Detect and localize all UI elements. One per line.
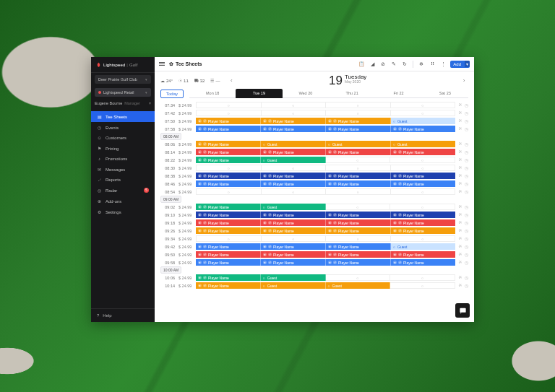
- user-icon[interactable]: ⛯: [458, 173, 462, 178]
- booking-player[interactable]: ●✓Player Name: [391, 173, 455, 179]
- gear-icon[interactable]: ✿: [169, 61, 173, 67]
- booking-guest[interactable]: Guest: [261, 204, 326, 210]
- empty-slot[interactable]: ○: [390, 157, 455, 163]
- booking-player[interactable]: ●✓Player Name: [326, 173, 391, 179]
- clock-icon[interactable]: ◷: [465, 260, 468, 265]
- day-tab[interactable]: Thu 21: [329, 89, 375, 98]
- clock-icon[interactable]: ◷: [465, 126, 468, 131]
- user-icon[interactable]: ⛯: [458, 181, 462, 186]
- user-icon[interactable]: ⛯: [458, 126, 462, 131]
- booking-player[interactable]: ●✓Player Name: [261, 149, 326, 155]
- booking-guest[interactable]: Guest: [261, 282, 326, 289]
- booking-player[interactable]: ●✓Player Name: [261, 126, 326, 132]
- user-icon[interactable]: ⛯: [458, 118, 462, 123]
- user-icon[interactable]: ⛯: [458, 165, 462, 170]
- sidebar-item-settings[interactable]: ⚙Settings: [91, 206, 155, 217]
- user-icon[interactable]: ⛯: [458, 260, 462, 265]
- clock-icon[interactable]: ◷: [465, 252, 468, 257]
- empty-slot[interactable]: ○: [326, 102, 391, 108]
- empty-slot[interactable]: ○: [326, 110, 391, 116]
- booking-player[interactable]: ●✓Player Name: [326, 227, 391, 234]
- user-icon[interactable]: ⛯: [458, 252, 462, 257]
- empty-slot[interactable]: ○: [326, 235, 391, 242]
- booking-player[interactable]: ●✓Player Name: [326, 149, 391, 155]
- day-tab[interactable]: Mon 18: [189, 89, 236, 98]
- booking-guest[interactable]: Guest: [391, 118, 455, 124]
- booking-player[interactable]: ●✓Player Name: [196, 212, 261, 218]
- booking-player[interactable]: ●✓Player Name: [326, 251, 391, 258]
- day-tab[interactable]: Fri 22: [375, 89, 421, 98]
- empty-slot[interactable]: ○: [196, 110, 262, 116]
- sidebar-item-reports[interactable]: ⟋Reports: [91, 175, 155, 185]
- booking-player[interactable]: ●✓Player Name: [196, 251, 261, 258]
- empty-slot[interactable]: ○: [326, 165, 391, 171]
- booking-guest[interactable]: Guest: [261, 141, 326, 147]
- sidebar-item-add-ons[interactable]: ⊕Add-ons: [91, 196, 155, 206]
- booking-player[interactable]: ●✓Player Name: [196, 141, 261, 147]
- booking-player[interactable]: ●✓Player Name: [196, 243, 261, 250]
- booking-player[interactable]: ●✓Player Name: [261, 259, 326, 266]
- sidebar-help[interactable]: ? Help: [91, 308, 155, 322]
- user-icon[interactable]: ⛯: [458, 220, 462, 225]
- booking-player[interactable]: ●✓Player Name: [326, 126, 391, 132]
- empty-slot[interactable]: ○: [262, 102, 327, 108]
- booking-player[interactable]: ●✓Player Name: [326, 259, 391, 266]
- day-tab[interactable]: Tue 19: [236, 89, 282, 98]
- booking-player[interactable]: ●✓Player Name: [391, 227, 455, 234]
- user-icon[interactable]: ⛯: [458, 236, 462, 241]
- today-button[interactable]: Today: [160, 90, 184, 98]
- clock-icon[interactable]: ◷: [465, 220, 468, 225]
- empty-slot[interactable]: ○: [391, 110, 456, 116]
- booking-player[interactable]: ●✓Player Name: [326, 219, 391, 226]
- send-icon[interactable]: ◢: [369, 61, 375, 67]
- booking-player[interactable]: ●✓Player Name: [326, 212, 391, 218]
- booking-guest[interactable]: Guest: [391, 243, 455, 250]
- hamburger-icon[interactable]: [159, 62, 165, 66]
- clock-icon[interactable]: ◷: [465, 165, 468, 170]
- sidebar-item-pricing[interactable]: ⚑Pricing: [91, 143, 155, 154]
- booking-player[interactable]: ●✓Player Name: [326, 118, 391, 124]
- user-icon[interactable]: ⛯: [458, 204, 462, 209]
- user-icon[interactable]: ⛯: [458, 244, 462, 249]
- more-icon[interactable]: ⋮: [440, 61, 446, 67]
- booking-guest[interactable]: Guest: [326, 282, 391, 289]
- user-icon[interactable]: ⛯: [458, 283, 462, 288]
- clock-icon[interactable]: ◷: [465, 141, 468, 147]
- clock-icon[interactable]: ◷: [465, 189, 468, 194]
- booking-player[interactable]: ●✓Player Name: [196, 259, 261, 266]
- day-tab[interactable]: Sat 23: [422, 89, 468, 98]
- booking-player[interactable]: ●✓Player Name: [391, 180, 455, 187]
- booking-guest[interactable]: Guest: [261, 157, 326, 163]
- empty-slot[interactable]: ○: [326, 274, 391, 281]
- user-icon[interactable]: ⛯: [458, 141, 462, 147]
- booking-player[interactable]: ●✓Player Name: [196, 227, 261, 234]
- sidebar-item-customers[interactable]: ☺Customers: [91, 133, 155, 143]
- booking-player[interactable]: ●✓Player Name: [261, 227, 326, 234]
- club-selector[interactable]: Deer Prairie Golf Club ▾: [95, 75, 151, 84]
- sidebar-item-events[interactable]: ◷Events: [91, 122, 155, 133]
- wrench-icon[interactable]: ✎: [391, 61, 397, 67]
- clock-icon[interactable]: ◷: [465, 283, 468, 288]
- user-icon[interactable]: ⛯: [458, 275, 462, 280]
- user-icon[interactable]: ⛯: [458, 189, 462, 194]
- prev-day-button[interactable]: ‹: [227, 77, 236, 84]
- booking-player[interactable]: ●✓Player Name: [261, 212, 326, 218]
- next-day-button[interactable]: ›: [460, 77, 468, 84]
- chat-widget[interactable]: [455, 303, 470, 318]
- sidebar-item-messages[interactable]: ✉Messages: [91, 164, 155, 175]
- system-selector[interactable]: Lightspeed Retail ▾: [95, 88, 151, 97]
- clock-icon[interactable]: ◷: [465, 157, 468, 162]
- clock-icon[interactable]: ◷: [465, 204, 468, 209]
- add-button[interactable]: Add ▾: [450, 61, 470, 68]
- empty-slot[interactable]: ○: [262, 188, 327, 195]
- booking-player[interactable]: ●✓Player Name: [261, 173, 326, 179]
- sidebar-item-tee-sheets[interactable]: ▤Tee Sheets: [91, 111, 155, 122]
- booking-player[interactable]: ●✓Player Name: [196, 173, 261, 179]
- booking-player[interactable]: ●✓Player Name: [391, 219, 455, 226]
- empty-slot[interactable]: ○: [390, 282, 455, 289]
- user-menu[interactable]: Eugene Bourne Manager ▾: [95, 101, 151, 105]
- empty-slot[interactable]: ○: [196, 165, 262, 171]
- booking-player[interactable]: ●✓Player Name: [391, 251, 455, 258]
- clock-icon[interactable]: ◷: [465, 118, 468, 123]
- empty-slot[interactable]: ○: [326, 157, 391, 163]
